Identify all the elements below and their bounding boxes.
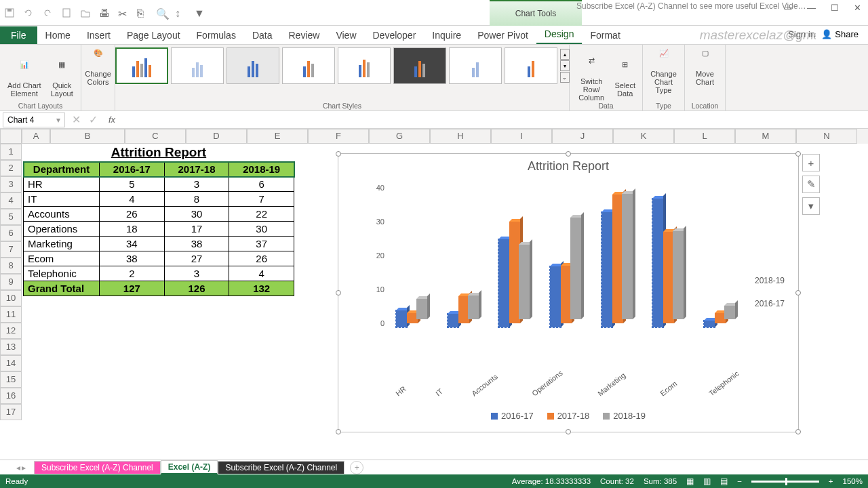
table-cell[interactable]: 38 (100, 251, 165, 266)
row-header[interactable]: 5 (0, 209, 22, 225)
tab-format[interactable]: Format (582, 26, 628, 44)
chart-title[interactable]: Attrition Report (338, 159, 798, 174)
bar-2018-19-Marketing[interactable] (622, 194, 633, 319)
table-cell[interactable]: 3 (164, 266, 229, 281)
chart-style-4[interactable] (282, 47, 335, 84)
table-cell[interactable]: 3 (164, 177, 229, 192)
zoom-in-icon[interactable]: + (829, 477, 833, 485)
row-header[interactable]: 13 (0, 339, 22, 355)
chart-style-6[interactable] (393, 47, 446, 84)
zoom-out-icon[interactable]: − (737, 477, 742, 485)
bar-2016-17-Marketing[interactable] (601, 212, 612, 327)
tab-inquire[interactable]: Inquire (424, 26, 469, 44)
copy-icon[interactable]: ⎘ (137, 7, 148, 18)
namebox-dropdown-icon[interactable]: ▾ (56, 115, 60, 125)
col-N[interactable]: N (796, 129, 857, 144)
filter-icon[interactable]: ▼ (194, 7, 205, 18)
th-y1[interactable]: 2016-17 (100, 162, 165, 177)
col-C[interactable]: C (125, 129, 186, 144)
total-1[interactable]: 127 (100, 281, 165, 296)
table-cell[interactable]: 30 (229, 222, 294, 237)
col-F[interactable]: F (308, 129, 369, 144)
style-gallery-more[interactable]: ▴▾⌄ (560, 49, 570, 83)
undo-icon[interactable] (23, 7, 34, 18)
table-cell[interactable]: 5 (100, 177, 165, 192)
table-cell[interactable]: 34 (100, 237, 165, 251)
sheet-nav[interactable]: ◂▸ (16, 463, 26, 472)
chart-plot-area[interactable] (386, 192, 745, 327)
row-header[interactable]: 6 (0, 225, 22, 241)
table-cell[interactable]: Ecom (24, 251, 100, 266)
zoom-level[interactable]: 150% (843, 477, 863, 485)
bar-2016-17-IT[interactable] (448, 314, 458, 327)
table-cell[interactable]: 8 (164, 192, 229, 207)
total-label[interactable]: Grand Total (24, 281, 100, 296)
col-M[interactable]: M (735, 129, 796, 144)
chart-style-1[interactable] (115, 47, 168, 84)
signin-link[interactable]: Sign in (788, 29, 815, 39)
tab-insert[interactable]: Insert (79, 26, 119, 44)
tab-developer[interactable]: Developer (365, 26, 425, 44)
row-header[interactable]: 14 (0, 355, 22, 371)
th-dept[interactable]: Department (24, 162, 100, 177)
open-icon[interactable] (80, 7, 91, 18)
total-2[interactable]: 126 (164, 281, 229, 296)
table-cell[interactable]: 6 (229, 177, 294, 192)
tab-formulas[interactable]: Formulas (189, 26, 244, 44)
cut-icon[interactable]: ✂ (118, 7, 129, 18)
bar-2018-19-IT[interactable] (468, 296, 479, 319)
redo-icon[interactable] (42, 7, 53, 18)
bar-2016-17-Telephonic[interactable] (704, 321, 715, 327)
chart-style-5[interactable] (338, 47, 391, 84)
chart-elements-button[interactable]: + (802, 154, 820, 171)
row-header[interactable]: 17 (0, 404, 22, 420)
sheet-tab-1[interactable]: Subscribe Excel (A-Z) Channel (34, 461, 161, 474)
preview-icon[interactable]: 🔍 (156, 7, 167, 18)
tab-view[interactable]: View (328, 26, 364, 44)
col-E[interactable]: E (247, 129, 308, 144)
bar-2016-17-Operations[interactable] (550, 266, 561, 327)
table-cell[interactable]: 38 (164, 237, 229, 251)
table-cell[interactable]: 27 (164, 251, 229, 266)
enter-icon[interactable]: ✓ (89, 113, 98, 126)
row-header[interactable]: 12 (0, 323, 22, 339)
save-icon[interactable] (4, 7, 15, 18)
table-cell[interactable]: 2 (100, 266, 165, 281)
bar-2016-17-Ecom[interactable] (652, 199, 663, 327)
chart-style-7[interactable] (449, 47, 502, 84)
add-sheet-button[interactable]: + (350, 461, 363, 474)
chart-legend[interactable]: 2016-17 2017-18 2018-19 (338, 411, 798, 421)
chart-styles-button[interactable]: ✎ (802, 176, 820, 193)
bar-2016-17-Accounts[interactable] (498, 239, 509, 327)
tab-powerpivot[interactable]: Power Pivot (469, 26, 536, 44)
row-header[interactable]: 8 (0, 258, 22, 274)
chart-filters-button[interactable]: ▾ (802, 197, 820, 215)
table-cell[interactable]: 4 (100, 192, 165, 207)
table-cell[interactable]: Marketing (24, 237, 100, 251)
row-header[interactable]: 15 (0, 371, 22, 388)
sheet-tab-2[interactable]: Excel (A-Z) (161, 460, 218, 474)
cancel-icon[interactable]: ✕ (72, 113, 81, 126)
table-cell[interactable]: IT (24, 192, 100, 207)
select-all-corner[interactable] (0, 129, 22, 144)
print-icon[interactable]: 🖶 (99, 7, 110, 18)
col-D[interactable]: D (186, 129, 247, 144)
bar-2018-19-Operations[interactable] (570, 218, 581, 319)
row-header[interactable]: 9 (0, 274, 22, 290)
file-tab[interactable]: File (0, 26, 37, 44)
new-icon[interactable] (61, 7, 72, 18)
table-cell[interactable]: 22 (229, 207, 294, 222)
bar-2018-19-Accounts[interactable] (519, 245, 530, 319)
change-chart-type-button[interactable]: 📈Change Chart Type (647, 47, 680, 96)
row-header[interactable]: 10 (0, 290, 22, 306)
table-cell[interactable]: 37 (229, 237, 294, 251)
y-axis[interactable]: 403020100 (368, 188, 384, 323)
tab-data[interactable]: Data (244, 26, 281, 44)
tab-design[interactable]: Design (536, 25, 583, 44)
table-cell[interactable]: 17 (164, 222, 229, 237)
name-box[interactable]: Chart 4▾ (3, 113, 65, 127)
table-cell[interactable]: Accounts (24, 207, 100, 222)
fx-icon[interactable]: fx (108, 115, 115, 125)
share-button[interactable]: 👤Share (816, 28, 864, 41)
table-cell[interactable]: 18 (100, 222, 165, 237)
